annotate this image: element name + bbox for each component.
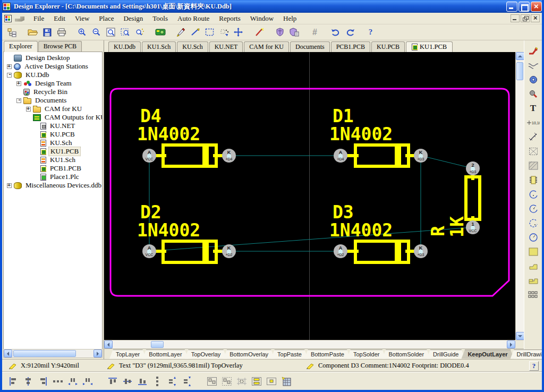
child-close-button[interactable] [531, 14, 540, 22]
grid-toggle-icon[interactable]: # [308, 26, 321, 39]
interactive-routing-icon[interactable] [526, 45, 540, 57]
multi-trace-icon[interactable] [526, 59, 540, 72]
tree-item-pcb1-pcb[interactable]: PCB1.PCB [4, 164, 102, 173]
align-center-vertical-icon[interactable] [121, 375, 134, 387]
align-top-icon[interactable] [106, 375, 119, 387]
magic-wand-icon[interactable] [252, 26, 266, 39]
tab-browse-pcb[interactable]: Browse PCB [38, 41, 82, 52]
save-icon[interactable] [40, 26, 54, 39]
print-icon[interactable] [55, 26, 68, 39]
scroll-thumb[interactable] [151, 341, 164, 348]
align-bottom-icon[interactable] [135, 375, 149, 387]
expand-icon[interactable] [7, 64, 12, 69]
pad[interactable]: 1VCC [466, 220, 480, 234]
select-area-icon[interactable] [203, 26, 216, 39]
align-center-horizontal-icon[interactable] [21, 375, 35, 387]
help-icon[interactable]: ? [364, 26, 377, 39]
room-icon[interactable] [526, 145, 540, 158]
tree-item-ku-ddb[interactable]: KU.Ddb [4, 71, 102, 79]
editor-vertical-scrollbar[interactable] [515, 52, 524, 340]
layer-tab-bottomoverlay[interactable]: BottomOverlay [223, 350, 275, 359]
component-icon[interactable] [526, 174, 540, 186]
drc-batch-icon[interactable] [287, 26, 301, 39]
child-minimize-button[interactable] [511, 14, 520, 22]
align-right-icon[interactable] [36, 375, 49, 387]
layer-tab-bottomsolder[interactable]: BottomSolder [382, 350, 430, 359]
split-plane-icon[interactable] [526, 274, 540, 287]
pad[interactable]: AVCC [142, 149, 156, 163]
increase-h-spacing-icon[interactable] [66, 375, 79, 387]
arc-angle-icon[interactable] [526, 217, 540, 229]
menu-view[interactable]: View [70, 13, 94, 24]
scroll-up-button[interactable] [516, 52, 524, 60]
menu-file[interactable]: File [29, 13, 49, 24]
expand-icon[interactable] [7, 183, 12, 188]
distribute-horizontal-icon[interactable] [51, 375, 64, 387]
dimension-icon[interactable] [526, 131, 540, 143]
scroll-thumb[interactable] [13, 350, 76, 357]
via-icon[interactable] [526, 73, 540, 86]
shove-icon[interactable] [265, 375, 278, 387]
placement-aide-icon[interactable] [279, 375, 293, 387]
pad[interactable]: K+D3 [414, 149, 428, 163]
fill-hatched-icon[interactable] [526, 159, 540, 172]
maximize-button[interactable] [518, 2, 530, 12]
doc-tab-documents[interactable]: Documents [290, 41, 330, 52]
scroll-right-button[interactable] [507, 340, 515, 348]
pcb-canvas[interactable]: D4 1N4002 AVCC K+D4 D1 1N4002 A+D4 [104, 52, 515, 340]
tree-item-design-team[interactable]: Design Team [4, 79, 102, 88]
undo-icon[interactable] [329, 26, 342, 39]
minimize-button[interactable] [506, 2, 517, 12]
child-restore-button[interactable] [521, 14, 530, 22]
pad-icon[interactable] [526, 88, 540, 100]
zoom-out-icon[interactable] [90, 26, 103, 39]
tab-explorer[interactable]: Explorer [4, 41, 38, 52]
move-to-grid-icon[interactable] [235, 375, 248, 387]
polygon-plane-icon[interactable] [526, 260, 540, 272]
doc-tab-ku1-pcb-active[interactable]: KU1.PCB [406, 41, 453, 53]
arc-center-icon[interactable] [526, 202, 540, 215]
menu-reports[interactable]: Reports [214, 13, 245, 24]
expand-icon[interactable] [16, 81, 21, 86]
cross-probe-icon[interactable] [232, 26, 245, 39]
explorer-toggle-icon[interactable] [5, 26, 19, 39]
close-button[interactable] [531, 2, 542, 12]
open-document-icon[interactable] [26, 26, 39, 39]
context-help-button[interactable]: ? [529, 361, 539, 371]
menu-edit[interactable]: Edit [49, 13, 70, 24]
fill-icon[interactable] [526, 245, 540, 258]
tree-item-cam-outputs[interactable]: CAM Outputs for KU [4, 113, 102, 122]
zoom-area-icon[interactable] [118, 26, 132, 39]
doc-tab-pcb1-pcb[interactable]: PCB1.PCB [331, 41, 370, 52]
zoom-point-icon[interactable] [133, 26, 146, 39]
tree-item-active-design-stations[interactable]: Active Design Stations [4, 62, 102, 71]
align-left-icon[interactable] [6, 375, 20, 387]
decrease-h-spacing-icon[interactable] [81, 375, 94, 387]
scroll-down-button[interactable] [516, 332, 524, 340]
tree-item-recycle-bin[interactable]: Recycle Bin [4, 88, 102, 96]
layer-tab-topsolder[interactable]: TopSolder [347, 350, 386, 359]
pad[interactable]: A+D2 [334, 244, 347, 258]
distribute-vertical-icon[interactable] [150, 375, 164, 387]
full-circle-icon[interactable] [526, 231, 540, 244]
decrease-v-spacing-icon[interactable] [180, 375, 193, 387]
pcb-drawing[interactable]: D4 1N4002 AVCC K+D4 D1 1N4002 A+D4 [104, 52, 512, 340]
menu-help[interactable]: Help [278, 13, 301, 24]
component-r[interactable]: R 1K 2+D3 1VCC [428, 161, 480, 237]
layer-tab-drillguide[interactable]: DrillGuide [427, 350, 465, 359]
layer-tab-toplayer[interactable]: TopLayer [109, 350, 146, 359]
layer-tab-drilldrawing[interactable]: DrillDrawing [511, 350, 544, 359]
panel-horizontal-scrollbar[interactable] [3, 349, 103, 358]
document-icon[interactable] [4, 15, 12, 22]
string-icon[interactable]: T [526, 102, 540, 115]
menu-place[interactable]: Place [94, 13, 118, 24]
tree-item-misc-devices[interactable]: Miscellaneous Devices.ddb [4, 181, 102, 190]
doc-tab-ku-sch[interactable]: KU.Sch [177, 41, 208, 52]
arc-edge-icon[interactable] [526, 188, 540, 201]
tree-item-documents[interactable]: Documents [4, 96, 102, 105]
tree-item-ku-net[interactable]: KU.NET [4, 122, 102, 130]
pad[interactable]: K+D3 [414, 244, 428, 258]
component-d2[interactable]: D2 1N4002 AVCC K+D2 [137, 202, 236, 262]
doc-tab-ku-pcb[interactable]: KU.PCB [371, 41, 405, 52]
editor-horizontal-scrollbar[interactable] [104, 340, 524, 348]
